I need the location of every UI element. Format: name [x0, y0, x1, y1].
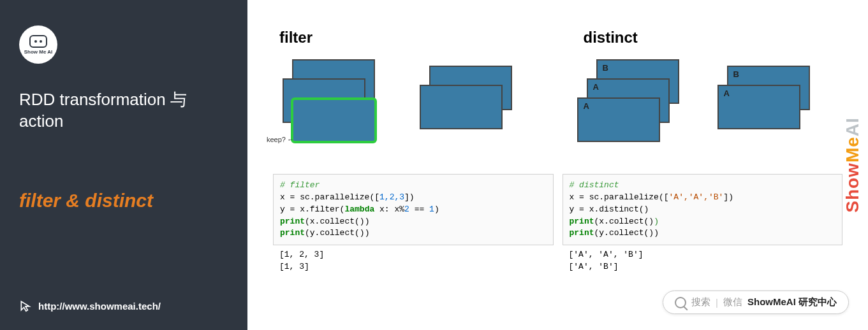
arrow-icon: ← [287, 136, 294, 143]
separator: | [716, 297, 718, 308]
distinct-code: # distinct x = sc.parallelize(['A','A','… [563, 174, 843, 245]
subtitle-amp: & [61, 190, 85, 211]
url-row: http://www.showmeai.tech/ [19, 299, 161, 312]
keep-label: keep? ← [267, 136, 294, 143]
filter-title: filter [273, 29, 539, 47]
page-subtitle: filter & distinct [19, 190, 228, 212]
distinct-code-column: # distinct x = sc.parallelize(['A','A','… [563, 174, 843, 277]
logo-circle: Show Me AI [19, 25, 57, 64]
filter-code-column: # filter x = sc.parallelize([1,2,3]) y =… [273, 174, 554, 277]
page-title: RDD transformation 与action [19, 89, 228, 133]
sidebar: Show Me AI RDD transformation 与action fi… [0, 0, 247, 330]
logo-face-icon [29, 35, 47, 48]
filter-input-stack: keep? ← [273, 59, 394, 155]
code-row: # filter x = sc.parallelize([1,2,3]) y =… [273, 174, 842, 277]
cursor-icon [19, 299, 32, 312]
filter-output: [1, 2, 3] [1, 3] [273, 245, 554, 277]
search-pill[interactable]: 搜索 | 微信 ShowMeAI 研究中心 [663, 291, 849, 314]
search-channel: 微信 [723, 296, 742, 308]
rdd-card-highlight [291, 97, 377, 143]
filter-code: # filter x = sc.parallelize([1,2,3]) y =… [273, 174, 554, 245]
subtitle-distinct: distinct [85, 190, 153, 211]
filter-output-stack [420, 59, 528, 155]
rdd-card [420, 85, 503, 129]
distinct-input-stack: B A A [577, 59, 692, 155]
filter-diagram: filter keep? ← [273, 29, 539, 155]
logo: Show Me AI [19, 25, 228, 64]
search-icon [675, 297, 686, 308]
distinct-output: ['A', 'A', 'B'] ['A', 'B'] [563, 245, 843, 277]
distinct-output-stack: B A [717, 59, 826, 155]
distinct-title: distinct [577, 29, 843, 47]
rdd-card: A [577, 97, 660, 142]
distinct-diagram: distinct B A A B A [577, 29, 843, 155]
subtitle-filter: filter [19, 190, 61, 211]
url-text[interactable]: http://www.showmeai.tech/ [38, 301, 161, 312]
watermark: ShowMeAI [842, 117, 863, 213]
search-brand: ShowMeAI 研究中心 [747, 296, 837, 308]
logo-text: Show Me AI [24, 49, 53, 55]
main-content: filter keep? ← distinct [247, 0, 868, 330]
rdd-card: A [717, 85, 800, 129]
search-label: 搜索 [691, 296, 710, 308]
diagrams-row: filter keep? ← distinct [273, 29, 842, 155]
